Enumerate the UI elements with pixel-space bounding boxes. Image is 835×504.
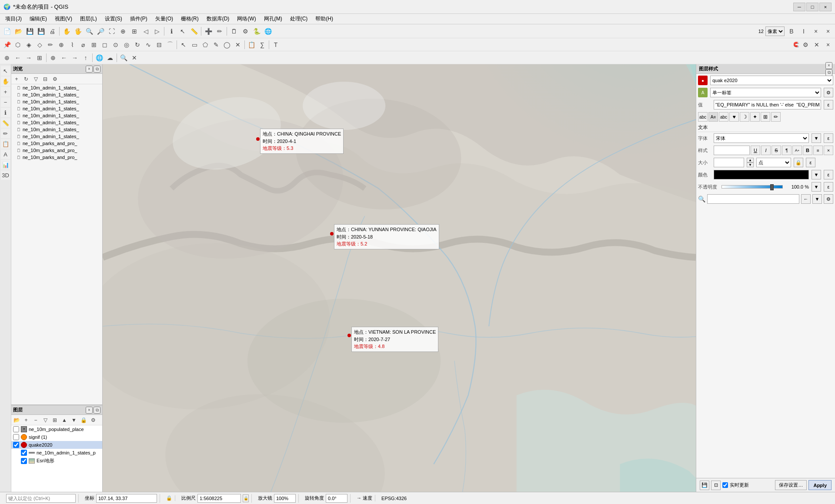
save-settings-btn[interactable]: 保存设置…: [775, 480, 807, 490]
attr-table-btn[interactable]: 📋: [246, 40, 257, 50]
value-expr-input[interactable]: [714, 100, 821, 109]
add-feat-btn[interactable]: ⊕: [56, 40, 67, 50]
opacity-dropdown-btn[interactable]: ▼: [812, 182, 821, 192]
crs-value[interactable]: EPSG:4326: [381, 496, 407, 501]
value-expr-btn[interactable]: ε: [824, 100, 833, 109]
t3-btn8[interactable]: ↑: [80, 53, 91, 63]
select-btn[interactable]: ↖: [177, 26, 188, 36]
zoom-prev-btn[interactable]: ◁: [140, 26, 151, 36]
search-icon[interactable]: 🔍: [698, 196, 705, 202]
t3-btn4[interactable]: ⊞: [34, 53, 45, 63]
bold-style-btn[interactable]: B: [786, 26, 797, 36]
reshape-btn[interactable]: ◻: [100, 40, 110, 50]
browser-properties-btn[interactable]: ⚙: [50, 75, 59, 83]
vertex-btn[interactable]: ◇: [34, 40, 45, 50]
style-icon-heart[interactable]: ♥: [729, 112, 739, 122]
vt-feature-form[interactable]: 📋: [1, 139, 10, 149]
browser-item[interactable]: 🗒 ne_10m_admin_1_states_: [11, 126, 102, 133]
layer-check-populated[interactable]: [13, 426, 19, 432]
python-btn[interactable]: 🐍: [251, 26, 262, 36]
digitize2-btn[interactable]: ⌇: [67, 40, 77, 50]
menu-edit[interactable]: 编辑(E): [26, 14, 50, 23]
rotate-btn[interactable]: ↻: [132, 40, 143, 50]
renderer-select[interactable]: 单一标签: [710, 88, 821, 97]
browser-filter-btn[interactable]: ▽: [31, 75, 40, 83]
layers-add-btn[interactable]: +: [22, 416, 30, 424]
style-icon-moon[interactable]: ☽: [740, 112, 749, 122]
opacity-expr-btn[interactable]: ε: [824, 182, 833, 192]
search-settings-btn[interactable]: ⚙: [824, 194, 833, 204]
location-search-input[interactable]: [6, 494, 76, 503]
add-layer-btn[interactable]: ➕: [203, 26, 214, 36]
fmt-btn-para[interactable]: ¶: [782, 146, 792, 155]
select-poly-btn[interactable]: ⬠: [200, 40, 210, 50]
browser-item[interactable]: 🗒 ne_10m_admin_1_states_: [11, 91, 102, 98]
open-btn[interactable]: 📂: [13, 26, 23, 36]
digitize-btn[interactable]: ✏: [214, 26, 225, 36]
vt-annotate[interactable]: ✏: [1, 129, 10, 138]
pan-map-btn[interactable]: 🖐: [73, 26, 83, 36]
style-icon-abc2[interactable]: abc: [719, 112, 728, 122]
layers-up-btn[interactable]: ▲: [60, 416, 69, 424]
style-icon-dots[interactable]: ⊞: [761, 112, 770, 122]
curve-btn[interactable]: ⌒: [165, 40, 175, 50]
browser-add-btn[interactable]: +: [12, 75, 21, 83]
opacity-track[interactable]: [721, 185, 783, 189]
font-expr-btn[interactable]: ε: [824, 133, 833, 143]
print-btn[interactable]: 🖨: [47, 26, 57, 36]
field-calc-btn[interactable]: ∑: [257, 40, 267, 50]
italic-style-btn[interactable]: I: [798, 26, 809, 36]
style-input[interactable]: [714, 146, 750, 155]
size-up-btn[interactable]: ▲: [747, 158, 754, 162]
vt-diagram[interactable]: 📊: [1, 160, 10, 169]
qgis-server-btn[interactable]: 🌐: [263, 26, 273, 36]
realtime-update-check[interactable]: [722, 482, 728, 488]
menu-layer[interactable]: 图层(L): [77, 14, 100, 23]
snapping-btn[interactable]: ✕: [812, 40, 822, 50]
size-input[interactable]: 10.0000: [714, 158, 744, 167]
browser-item[interactable]: 🗒 ne_10m_admin_1_states_: [11, 84, 102, 91]
layers-prop-btn[interactable]: ⚙: [89, 416, 97, 424]
fmt-btn-s[interactable]: S: [772, 146, 781, 155]
magnify-input[interactable]: [274, 494, 296, 503]
menu-processing[interactable]: 处理(C): [287, 14, 311, 23]
cloud-btn[interactable]: ☁: [105, 53, 115, 63]
browser-refresh-btn[interactable]: ↻: [22, 75, 30, 83]
layers-filter-btn[interactable]: ▽: [41, 416, 50, 424]
magnetic-snap-btn[interactable]: 🧲: [793, 42, 799, 47]
save-icon-btn[interactable]: 💾: [700, 481, 709, 490]
save-as-btn[interactable]: 💾: [36, 26, 46, 36]
zoom-layer-btn[interactable]: ⊕: [118, 26, 128, 36]
locator-btn[interactable]: 🔍: [118, 53, 129, 63]
label-tool-btn[interactable]: T: [271, 40, 281, 50]
browser-item[interactable]: 🗒 ne_10m_admin_1_states_: [11, 119, 102, 126]
layer-check-signif[interactable]: [13, 434, 19, 440]
browser-item[interactable]: 🗒 ne_10m_parks_and_pro_: [11, 154, 102, 161]
fmt-btn-x[interactable]: ×: [824, 146, 833, 155]
merge-btn[interactable]: ⊞: [89, 40, 99, 50]
renderer-settings-btn[interactable]: ⚙: [824, 88, 833, 97]
underline-style-btn[interactable]: ×: [811, 26, 821, 36]
layer-check-quake2020[interactable]: [13, 442, 19, 448]
layers-open-btn[interactable]: 📂: [12, 416, 21, 424]
layers-close-btn[interactable]: ×: [86, 407, 93, 414]
t3-btn7[interactable]: →: [70, 53, 80, 63]
layers-group-btn[interactable]: ⊞: [50, 416, 59, 424]
vt-3d[interactable]: 3D: [1, 170, 10, 180]
browser-item[interactable]: 🗒 ne_10m_parks_and_pro_: [11, 147, 102, 154]
delete-btn[interactable]: ×: [823, 40, 833, 50]
history-btn[interactable]: ⊡: [711, 481, 721, 490]
size-down-btn[interactable]: ▼: [747, 162, 754, 167]
edit2-btn[interactable]: ✏: [45, 40, 56, 50]
zoom-in-btn[interactable]: 🔍: [84, 26, 94, 36]
color-swatch[interactable]: [714, 170, 809, 179]
map-area[interactable]: 地点：CHINA: QINGHAI PROVINCE 时间：2020-4-1 地…: [103, 64, 696, 492]
temp-scratch-btn[interactable]: 🗒: [229, 26, 239, 36]
layer-item-populated[interactable]: ▪ ne_10m_populated_place: [11, 425, 102, 433]
fmt-btn-align[interactable]: ≡: [813, 146, 823, 155]
vt-zoom-in[interactable]: +: [1, 87, 10, 96]
close-button[interactable]: ×: [819, 3, 832, 11]
browser-detach-btn[interactable]: ⧉: [94, 66, 100, 73]
vt-zoom-out[interactable]: −: [1, 97, 10, 107]
layers-down-btn[interactable]: ▼: [70, 416, 78, 424]
